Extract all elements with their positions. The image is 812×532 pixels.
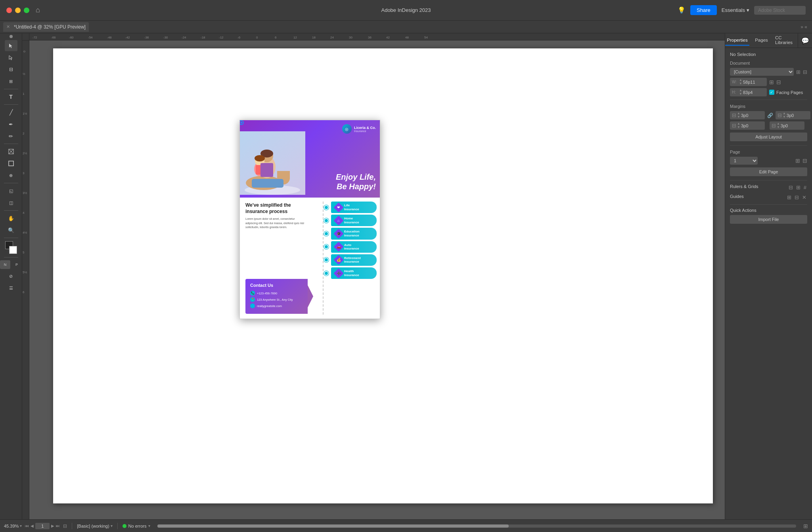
page-select[interactable]: 1 bbox=[730, 157, 758, 165]
anchor-handle[interactable] bbox=[239, 120, 244, 124]
content-collector-tool[interactable]: ⊕ bbox=[5, 170, 17, 181]
import-file-button[interactable]: Import File bbox=[730, 215, 807, 224]
page-tool[interactable]: ⊟ bbox=[5, 64, 17, 75]
add-guide-icon[interactable]: ⊞ bbox=[786, 194, 792, 201]
maximize-button[interactable] bbox=[24, 8, 29, 13]
essentials-dropdown[interactable]: Essentials ▾ bbox=[722, 7, 749, 13]
margin-left-input[interactable] bbox=[781, 123, 802, 128]
text-tool[interactable]: T bbox=[5, 91, 17, 102]
page-number-input[interactable] bbox=[35, 523, 50, 529]
add-page-icon[interactable]: ⊞ bbox=[795, 157, 800, 164]
mb-up[interactable]: ▲ bbox=[737, 122, 740, 125]
ml-up[interactable]: ▲ bbox=[777, 122, 780, 125]
tab-scroll-arrows[interactable]: » « bbox=[801, 24, 807, 30]
margin-top-stepper[interactable]: ▲ ▼ bbox=[737, 112, 740, 119]
rulers-icons: ⊟ ⊞ # bbox=[788, 184, 807, 191]
margin-left-stepper[interactable]: ▲ ▼ bbox=[777, 122, 780, 129]
color-selector[interactable] bbox=[4, 241, 18, 254]
hand-tool[interactable]: ✋ bbox=[5, 213, 17, 224]
zoom-control[interactable]: 45.39% ▾ bbox=[4, 524, 22, 528]
chat-icon[interactable]: 💬 bbox=[798, 33, 812, 48]
select-tool[interactable] bbox=[5, 40, 17, 51]
grid-icon[interactable]: ⊞ bbox=[795, 184, 801, 191]
width-down-arrow[interactable]: ▼ bbox=[739, 82, 742, 85]
tab-cc-libraries[interactable]: CC Libraries bbox=[774, 35, 798, 46]
close-button[interactable] bbox=[6, 8, 12, 13]
layer-selector[interactable]: [Basic] (working) ▾ bbox=[77, 524, 112, 528]
height-down-arrow[interactable]: ▼ bbox=[739, 92, 742, 96]
document-tab[interactable]: ✕ *Untitled-4 @ 32% [GPU Preview] bbox=[3, 22, 89, 32]
pencil-tool[interactable]: ✏ bbox=[5, 131, 17, 142]
expand-panel-icon[interactable]: ⊞ bbox=[803, 523, 808, 529]
height-stepper[interactable]: ▲ ▼ bbox=[739, 89, 742, 96]
screen-mode-button[interactable]: ☰ bbox=[5, 282, 17, 294]
page-last-icon[interactable]: ⏭ bbox=[56, 524, 60, 528]
rectangle-tool[interactable] bbox=[5, 158, 17, 169]
page-first-icon[interactable]: ⏮ bbox=[25, 524, 29, 528]
canvas-area[interactable]: -72 -66 -60 -54 -48 -42 -36 -30 -24 -18 … bbox=[22, 33, 725, 519]
tab-properties[interactable]: Properties bbox=[725, 35, 749, 46]
facing-pages-checkbox[interactable]: ✓ bbox=[769, 90, 774, 95]
width-stepper[interactable]: ▲ ▼ bbox=[739, 79, 742, 85]
mr-down[interactable]: ▼ bbox=[783, 115, 786, 119]
delete-page-icon[interactable]: ⊟ bbox=[802, 157, 807, 164]
mt-up[interactable]: ▲ bbox=[737, 112, 740, 115]
divider-3 bbox=[730, 180, 807, 181]
normal-mode-button[interactable]: N bbox=[0, 260, 10, 269]
status-dropdown-arrow[interactable]: ▾ bbox=[148, 524, 150, 528]
document-settings-icon[interactable]: ⊟ bbox=[803, 69, 807, 75]
mt-down[interactable]: ▼ bbox=[737, 115, 740, 119]
document-preview[interactable]: ◎ Liceria & Co. Insurance Enjoy Life, bbox=[239, 120, 380, 319]
margin-bottom-input[interactable] bbox=[741, 123, 763, 128]
height-input[interactable] bbox=[743, 90, 765, 95]
zoom-tool[interactable]: 🔍 bbox=[5, 225, 17, 236]
pen-tool[interactable]: ✒ bbox=[5, 119, 17, 130]
lightbulb-icon[interactable]: 💡 bbox=[678, 6, 686, 14]
direct-select-tool[interactable] bbox=[5, 52, 17, 63]
svg-rect-5 bbox=[9, 161, 13, 166]
share-button[interactable]: Share bbox=[690, 5, 717, 15]
guide-delete-icon[interactable]: ✕ bbox=[801, 194, 807, 201]
ins-dot-education bbox=[324, 231, 329, 236]
document-preset-select[interactable]: [Custom] bbox=[730, 68, 794, 76]
height-up-arrow[interactable]: ▲ bbox=[739, 89, 742, 92]
tab-close-icon[interactable]: ✕ bbox=[6, 24, 10, 29]
edit-page-button[interactable]: Edit Page bbox=[730, 167, 807, 176]
page-next-icon[interactable]: ▶ bbox=[51, 524, 54, 528]
zoom-dropdown-arrow[interactable]: ▾ bbox=[20, 524, 22, 528]
rectangle-frame-tool[interactable] bbox=[5, 146, 17, 157]
adjust-layout-button[interactable]: Adjust Layout bbox=[730, 133, 807, 141]
apply-none-button[interactable]: ⊘ bbox=[5, 271, 17, 282]
document-section-label: Document bbox=[730, 61, 807, 65]
contact-title: Contact Us bbox=[250, 283, 303, 288]
titlebar-right: 💡 Share Essentials ▾ bbox=[678, 5, 806, 15]
gradient-swatch-tool[interactable]: ◱ bbox=[5, 185, 17, 196]
layer-dropdown-arrow[interactable]: ▾ bbox=[111, 524, 113, 528]
margin-bottom-stepper[interactable]: ▲ ▼ bbox=[737, 122, 740, 129]
home-icon[interactable]: ⌂ bbox=[36, 6, 40, 14]
stock-search-input[interactable] bbox=[754, 6, 806, 15]
baseline-icon[interactable]: # bbox=[803, 184, 807, 191]
width-up-arrow[interactable]: ▲ bbox=[739, 79, 742, 82]
mb-down[interactable]: ▼ bbox=[737, 126, 740, 129]
margin-right-input[interactable] bbox=[787, 113, 808, 118]
margin-chain-icon[interactable]: 🔗 bbox=[767, 113, 773, 118]
background-color[interactable] bbox=[9, 246, 17, 254]
tab-pages[interactable]: Pages bbox=[749, 35, 774, 46]
minimize-button[interactable] bbox=[15, 8, 21, 13]
rulers-icon[interactable]: ⊟ bbox=[788, 184, 794, 191]
preview-mode-button[interactable]: P bbox=[11, 260, 22, 269]
line-tool[interactable]: ╱ bbox=[5, 107, 17, 118]
gap-tool[interactable]: ⊞ bbox=[5, 76, 17, 87]
mr-up[interactable]: ▲ bbox=[783, 112, 786, 115]
page-prev-icon[interactable]: ◀ bbox=[31, 524, 34, 528]
guide-settings-icon[interactable]: ⊟ bbox=[794, 194, 800, 201]
margin-top-input[interactable] bbox=[741, 113, 763, 118]
margin-right-stepper[interactable]: ▲ ▼ bbox=[783, 112, 786, 119]
canvas-content[interactable]: ◎ Liceria & Co. Insurance Enjoy Life, bbox=[29, 40, 725, 519]
ml-down[interactable]: ▼ bbox=[777, 126, 780, 129]
width-input[interactable] bbox=[743, 80, 765, 85]
page-size-icon[interactable]: ⊞ bbox=[796, 69, 801, 75]
gradient-feather-tool[interactable]: ◫ bbox=[5, 197, 17, 208]
separator-1 bbox=[72, 523, 72, 529]
